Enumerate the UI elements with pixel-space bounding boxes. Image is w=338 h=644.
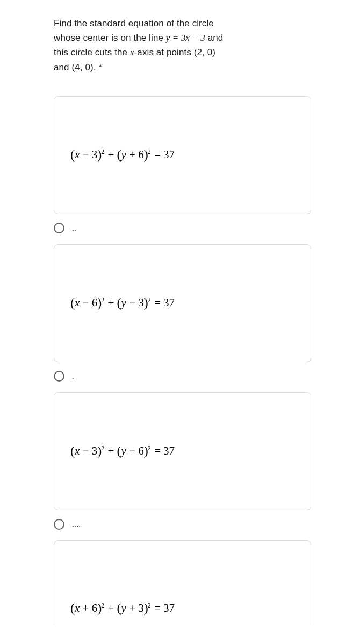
radio-label: . [72,372,74,380]
equation-4: (x + 6)2 + (y + 3)2 = 37 [70,601,175,616]
equation-2: (x − 6)2 + (y − 3)2 = 37 [70,296,175,310]
radio-label: .... [72,520,81,529]
option-card-1: (x − 3)2 + (y + 6)2 = 37 [54,96,311,214]
question-line-3-xaxis: x [130,47,134,57]
question-line-2-eq: y = 3x − 3 [166,33,205,43]
option-block: (x − 6)2 + (y − 3)2 = 37 . [54,244,311,382]
radio-option-3[interactable]: .... [54,519,311,530]
option-block: (x + 6)2 + (y + 3)2 = 37 [54,540,311,626]
question-line-4: and (4, 0). * [54,62,102,72]
radio-option-1[interactable]: .. [54,223,311,233]
radio-circle-icon[interactable] [54,223,64,233]
option-card-4: (x + 6)2 + (y + 3)2 = 37 [54,540,311,626]
option-card-2: (x − 6)2 + (y − 3)2 = 37 [54,244,311,362]
radio-circle-icon[interactable] [54,519,64,530]
option-card-3: (x − 3)2 + (y − 6)2 = 37 [54,392,311,510]
radio-option-2[interactable]: . [54,371,311,382]
question-line-2-post: and [205,33,224,43]
option-block: (x − 3)2 + (y + 6)2 = 37 .. [54,96,311,233]
question-line-1: Find the standard equation of the circle [54,18,214,28]
question-line-3-pre: this circle cuts the [54,47,130,57]
equation-3: (x − 3)2 + (y − 6)2 = 37 [70,444,175,458]
question-text: Find the standard equation of the circle… [54,16,311,75]
radio-label: .. [72,224,76,232]
question-line-3-post: -axis at points (2, 0) [134,47,215,57]
question-line-2-pre: whose center is on the line [54,33,166,43]
radio-circle-icon[interactable] [54,371,64,382]
equation-1: (x − 3)2 + (y + 6)2 = 37 [70,148,175,162]
option-block: (x − 3)2 + (y − 6)2 = 37 .... [54,392,311,530]
